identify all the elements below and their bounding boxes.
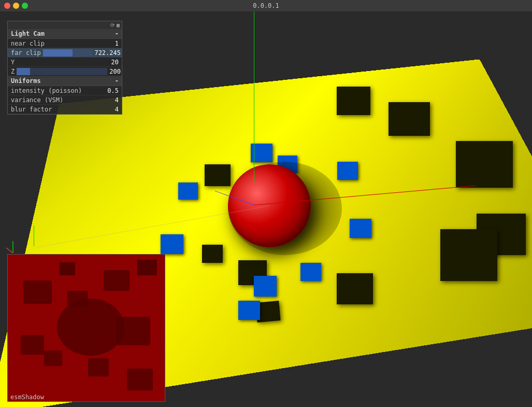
dark-cube-5 [205,164,231,186]
blue-cube-3 [337,162,358,180]
blur-factor-label: blur factor [11,106,52,113]
svg-line-2 [6,248,13,253]
variance-row[interactable]: variance (VSM) 4 [8,95,122,105]
far-clip-bar-fill [43,49,73,57]
dark-cube-3 [456,141,513,188]
intensity-row[interactable]: intensity (poisson) 0.5 [8,86,122,95]
window-controls[interactable] [4,3,28,9]
esm-blob-5 [88,358,109,376]
small-axis-indicator [34,226,34,246]
blue-cube-8 [254,276,277,297]
esm-rect-1 [60,262,75,275]
dark-cube-6 [202,245,223,263]
y-axis-line [254,11,254,183]
z-label: Z [11,68,15,75]
uniforms-header[interactable]: Uniforms - [8,76,122,86]
blur-factor-row[interactable]: blur factor 4 [8,105,122,114]
esm-blob-main [57,299,124,356]
main-viewport[interactable]: ⟳ ▦ Light Cam - near clip 1 far clip 722… [0,11,532,407]
esm-blob-7 [117,317,150,345]
dark-cube-1 [337,87,370,115]
esm-rect-2 [137,260,157,275]
properties-panel: ⟳ ▦ Light Cam - near clip 1 far clip 722… [7,21,122,115]
grid-icon[interactable]: ▦ [117,22,120,28]
intensity-value: 0.5 [107,87,119,94]
light-cam-collapse[interactable]: - [115,30,119,37]
red-sphere [228,164,311,247]
blue-cube-6 [161,234,183,254]
esm-shadow-thumbnail [7,254,165,402]
dark-cube-10 [440,229,497,281]
blue-cube-9 [238,301,260,320]
dark-cube-9 [337,273,373,304]
near-clip-label: near clip [11,40,45,47]
panel-icons-row[interactable]: ⟳ ▦ [8,21,122,29]
titlebar: 0.0.0.1 [0,0,532,11]
intensity-label: intensity (poisson) [11,87,82,94]
esm-label: esmShadow [10,394,44,401]
uniforms-collapse[interactable]: - [115,77,119,85]
blur-factor-value: 4 [115,106,119,113]
y-label: Y [11,59,15,66]
dark-cube-2 [389,102,430,136]
far-clip-label: far clip [11,49,41,57]
esm-blob-8 [104,270,130,291]
light-cam-header[interactable]: Light Cam - [8,29,122,39]
uniforms-label: Uniforms [11,77,41,85]
esm-blob-2 [23,280,52,304]
esm-blob-3 [21,335,44,355]
close-button[interactable] [4,3,10,9]
blue-cube-5 [350,219,371,238]
far-clip-row[interactable]: far clip 722.245 [8,48,122,58]
variance-value: 4 [115,96,119,104]
esm-shadow-map [8,255,165,401]
esm-blob-4 [44,350,62,366]
window-title: 0.0.0.1 [253,2,279,9]
esm-blob-9 [67,291,88,306]
light-cam-label: Light Cam [11,30,45,37]
variance-label: variance (VSM) [11,96,63,104]
blue-cube-4 [178,183,198,200]
refresh-icon[interactable]: ⟳ [110,22,114,28]
near-clip-row[interactable]: near clip 1 [8,39,122,48]
y-row[interactable]: Y 20 [8,58,122,67]
esm-blob-6 [127,369,153,390]
blue-cube-7 [300,263,321,281]
z-bar[interactable] [17,68,107,75]
near-clip-value: 1 [115,40,119,47]
maximize-button[interactable] [22,3,28,9]
z-row[interactable]: Z 200 [8,67,122,76]
y-value: 20 [111,59,119,66]
far-clip-bar[interactable] [43,49,93,57]
z-value: 200 [109,68,121,75]
far-clip-value: 722.245 [94,49,121,57]
z-bar-fill [17,68,30,75]
minimize-button[interactable] [13,3,19,9]
small-axis-svg [5,238,21,254]
